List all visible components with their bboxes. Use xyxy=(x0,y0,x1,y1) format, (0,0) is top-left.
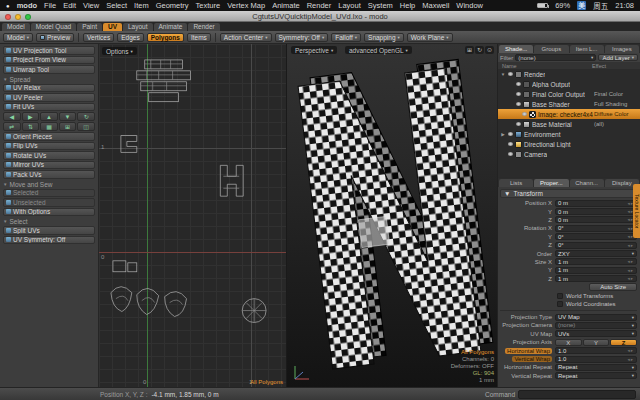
project-from-view-button[interactable]: Project From View xyxy=(3,56,95,65)
tree-row-base-material[interactable]: Base Material(all) xyxy=(498,119,640,129)
tree-row-image-checker4x4[interactable]: Image: checker4x4Diffuse Color xyxy=(498,109,640,119)
axis-x-button[interactable]: X xyxy=(555,339,582,346)
menu-window[interactable]: Window xyxy=(456,1,483,10)
menu-view[interactable]: View xyxy=(83,1,99,10)
uv-flip-horizontal-icon[interactable]: ⇄ xyxy=(3,122,21,131)
uv-mirror-icon[interactable]: ◫ xyxy=(77,122,95,131)
action-center-dropdown[interactable]: Action Center▾ xyxy=(220,33,272,42)
move-sew-unselected-button[interactable]: Unselected xyxy=(3,198,95,207)
move-sew-with-options-button[interactable]: With Options xyxy=(3,208,95,217)
visibility-eye-icon[interactable] xyxy=(508,132,513,136)
menu-texture[interactable]: Texture xyxy=(196,1,221,10)
layer-effect[interactable]: Final Color xyxy=(594,91,638,97)
command-input[interactable] xyxy=(518,390,636,399)
3d-model-canvas[interactable] xyxy=(287,44,497,387)
snapping-dropdown[interactable]: Snapping▾ xyxy=(364,33,404,42)
mini-slider-icon[interactable]: ◂▸ xyxy=(627,276,634,281)
pack-uvs-button[interactable]: Pack UVs xyxy=(3,170,95,179)
symmetry-dropdown[interactable]: Symmetry: Off▾ xyxy=(275,33,329,42)
mirror-uvs-button[interactable]: Mirror UVs xyxy=(3,161,95,170)
vertical-repeat-dropdown[interactable]: Repeat▾ xyxy=(555,372,637,379)
uv-flip-vertical-icon[interactable]: ⇅ xyxy=(22,122,40,131)
polygons-mode-button[interactable]: Polygons xyxy=(147,33,184,42)
input-method-icon[interactable]: 美 xyxy=(577,1,586,10)
uv-move-left-icon[interactable]: ◀ xyxy=(3,112,21,121)
split-uvs-button[interactable]: Split UVs xyxy=(3,226,95,235)
uv-pack-icon[interactable]: ⊞ xyxy=(59,122,77,131)
tree-row-base-shader[interactable]: Base ShaderFull Shading xyxy=(498,99,640,109)
tab-shader-tree[interactable]: Shade... xyxy=(499,45,533,53)
tab-images[interactable]: Images xyxy=(605,45,639,53)
tree-row-directional-light[interactable]: Directional Light xyxy=(498,139,640,149)
menu-animate[interactable]: Animate xyxy=(272,1,300,10)
horizontal-repeat-dropdown[interactable]: Repeat▾ xyxy=(555,364,637,371)
size-x-field[interactable]: 1 m◂▸ xyxy=(555,258,637,265)
menu-select[interactable]: Select xyxy=(106,1,127,10)
flip-uvs-button[interactable]: Flip UVs xyxy=(3,142,95,151)
mini-slider-icon[interactable]: ◂▸ xyxy=(627,259,634,264)
visibility-eye-icon[interactable] xyxy=(516,102,521,106)
order-dropdown[interactable]: ZXY▾ xyxy=(555,250,637,257)
uv-map-dropdown[interactable]: UVs▾ xyxy=(555,330,637,337)
tab-item-list[interactable]: Item L... xyxy=(570,45,604,53)
axis-y-button[interactable]: Y xyxy=(583,339,610,346)
visibility-eye-icon[interactable] xyxy=(508,142,513,146)
horizontal-wrap-field[interactable]: 1.0◂▸ xyxy=(555,347,637,354)
menu-geometry[interactable]: Geometry xyxy=(156,1,189,10)
viewport-zoom-icon[interactable]: ⊙ xyxy=(485,46,494,54)
uv-move-up-icon[interactable]: ▲ xyxy=(40,112,58,121)
filter-dropdown[interactable]: (none)▾ xyxy=(515,54,596,61)
tree-row-camera[interactable]: Camera xyxy=(498,149,640,159)
expand-triangle-icon[interactable]: ▼ xyxy=(500,72,506,77)
menu-layout[interactable]: Layout xyxy=(338,1,361,10)
tab-uv[interactable]: UV xyxy=(103,23,122,31)
tab-groups[interactable]: Groups xyxy=(534,45,568,53)
uv-projection-tool-button[interactable]: UV Projection Tool xyxy=(3,46,95,55)
tree-row-final-color-output[interactable]: Final Color OutputFinal Color xyxy=(498,89,640,99)
window-title-bar[interactable]: CgtutsUVQuicktipModel_UVd.lxo - modo xyxy=(0,11,640,22)
unwrap-tool-button[interactable]: Unwrap Tool xyxy=(3,65,95,74)
tab-channels[interactable]: Chann... xyxy=(570,179,604,187)
apple-menu-icon[interactable]: ● xyxy=(6,3,10,9)
orient-pieces-button[interactable]: Orient Pieces xyxy=(3,132,95,141)
rotation-z-field[interactable]: 0°◂▸ xyxy=(555,242,637,249)
perspective-3d-viewport[interactable]: Perspective▾ advanced OpenGL▾ ⊞ ↻ ⊙ All … xyxy=(287,44,497,387)
uv-editor-viewport[interactable]: Options▾ 1 0 0 1 All Polygons xyxy=(99,44,287,387)
menu-maxwell[interactable]: Maxwell xyxy=(422,1,449,10)
move-sew-selected-button[interactable]: Selected xyxy=(3,189,95,198)
layer-effect[interactable]: Diffuse Color xyxy=(594,111,638,117)
visibility-eye-icon[interactable] xyxy=(522,112,527,116)
menu-system[interactable]: System xyxy=(368,1,393,10)
mini-slider-icon[interactable]: ◂▸ xyxy=(627,348,634,353)
tree-row-alpha-output[interactable]: Alpha Output xyxy=(498,79,640,89)
world-coordinates-checkbox[interactable] xyxy=(557,301,563,307)
rotate-uvs-button[interactable]: Rotate UVs xyxy=(3,151,95,160)
add-layer-button[interactable]: Add Layer▾ xyxy=(598,54,638,61)
viewport-orbit-icon[interactable]: ↻ xyxy=(475,46,484,54)
edges-mode-button[interactable]: Edges xyxy=(117,33,143,42)
transform-section-header[interactable]: ▼Transform xyxy=(500,189,637,198)
menu-modo[interactable]: modo xyxy=(17,1,37,10)
layer-effect[interactable]: (all) xyxy=(594,121,638,127)
move-and-sew-section-header[interactable]: ▼Move and Sew xyxy=(3,181,95,188)
tab-render[interactable]: Render xyxy=(188,23,219,31)
visibility-eye-icon[interactable] xyxy=(516,92,521,96)
menu-edit[interactable]: Edit xyxy=(63,1,76,10)
uv-move-down-icon[interactable]: ▼ xyxy=(59,112,77,121)
vertical-wrap-field[interactable]: 1.0◂▸ xyxy=(555,356,637,363)
expand-triangle-icon[interactable]: ▶ xyxy=(500,132,506,137)
axis-z-button[interactable]: Z xyxy=(610,339,637,346)
tree-row-render[interactable]: ▼ Render xyxy=(498,69,640,79)
tab-animate[interactable]: Animate xyxy=(154,23,188,31)
tab-model[interactable]: Model xyxy=(2,23,30,31)
render-style-dropdown[interactable]: advanced OpenGL▾ xyxy=(345,46,412,54)
position-y-field[interactable]: 0 m◂▸ xyxy=(555,208,637,215)
visibility-eye-icon[interactable] xyxy=(508,152,513,156)
projection-camera-dropdown[interactable]: (none)▾ xyxy=(555,322,637,329)
tab-lists[interactable]: Lists xyxy=(499,179,533,187)
tab-paint[interactable]: Paint xyxy=(77,23,102,31)
mini-slider-icon[interactable]: ◂▸ xyxy=(627,243,634,248)
size-y-field[interactable]: 1 m◂▸ xyxy=(555,267,637,274)
menubar-clock[interactable]: 21:08 xyxy=(615,1,634,10)
menu-vertex-map[interactable]: Vertex Map xyxy=(227,1,265,10)
